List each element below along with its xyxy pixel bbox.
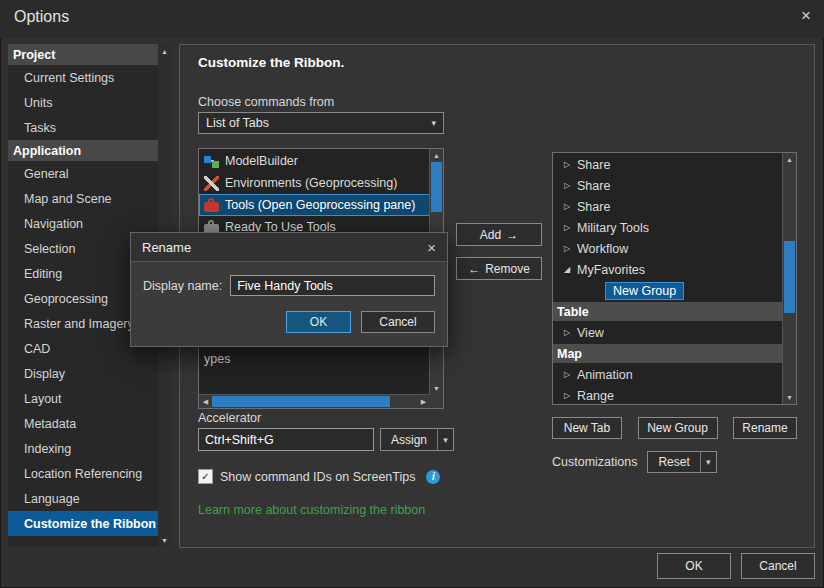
screentips-row: ✓ Show command IDs on ScreenTips i — [198, 469, 440, 484]
tree-row[interactable]: New Group — [553, 280, 783, 301]
tree-row[interactable]: ▷ Workflow — [553, 238, 783, 259]
sidebar-item-label: Language — [24, 492, 80, 506]
sidebar-item[interactable]: Application — [8, 140, 158, 161]
tools-icon — [204, 202, 219, 212]
scroll-down-icon[interactable]: ▼ — [430, 382, 443, 395]
tree-row-label: Table — [557, 305, 589, 319]
tree-row-label: New Group — [605, 282, 684, 300]
chevron-down-icon[interactable]: ▾ — [437, 429, 453, 450]
info-icon[interactable]: i — [426, 470, 440, 484]
cancel-button[interactable]: Cancel — [741, 553, 815, 579]
sidebar-item-label: Indexing — [24, 442, 71, 456]
tree-row[interactable]: ▷ Military Tools — [553, 217, 783, 238]
rename-dialog-title-bar: Rename × — [131, 233, 447, 262]
learn-more-link[interactable]: Learn more about customizing the ribbon — [198, 503, 425, 517]
sidebar-item-label: Tasks — [24, 121, 56, 135]
sidebar-item[interactable]: Tasks — [8, 115, 158, 140]
commands-horizontal-scrollbar[interactable]: ◀ ▶ — [199, 394, 430, 408]
scrollbar-thumb[interactable] — [431, 162, 442, 212]
modelbuilder-icon — [204, 154, 219, 169]
arrow-right-icon: → — [506, 228, 518, 242]
sidebar-item[interactable]: Metadata — [8, 411, 158, 436]
sidebar-item[interactable]: Customize the Ribbon — [8, 511, 158, 536]
scroll-right-icon[interactable]: ▶ — [417, 395, 430, 408]
sidebar-item[interactable]: Current Settings — [8, 65, 158, 90]
scroll-up-icon[interactable]: ▲ — [158, 44, 171, 58]
scroll-up-icon[interactable]: ▲ — [783, 153, 796, 166]
tree-row[interactable]: ▷ Share — [553, 196, 783, 217]
assign-label[interactable]: Assign — [381, 429, 437, 450]
sidebar-item[interactable]: Display — [8, 361, 158, 386]
tree-row[interactable]: ▷ Animation — [553, 364, 783, 385]
ok-label: OK — [685, 559, 702, 573]
chevron-down-icon[interactable]: ▾ — [700, 452, 716, 472]
command-row[interactable]: Tools (Open Geoprocessing pane) — [199, 194, 430, 216]
close-icon[interactable]: × — [801, 7, 811, 24]
arrow-left-icon: ← — [468, 262, 480, 276]
accelerator-input[interactable] — [198, 428, 374, 451]
add-button[interactable]: Add → — [456, 223, 542, 246]
tree-row[interactable]: Map — [553, 344, 783, 363]
scroll-down-icon[interactable]: ▼ — [783, 391, 796, 404]
reset-button[interactable]: Reset ▾ — [647, 451, 716, 473]
tree-row-label: View — [577, 326, 604, 340]
rename-button[interactable]: Rename — [733, 417, 797, 439]
tree-expanded-icon[interactable]: ◢ — [561, 265, 573, 274]
rename-cancel-button[interactable]: Cancel — [361, 311, 435, 333]
rename-ok-button[interactable]: OK — [286, 311, 351, 333]
new-group-button[interactable]: New Group — [638, 417, 718, 439]
show-command-ids-checkbox[interactable]: ✓ — [198, 469, 213, 484]
tree-collapsed-icon[interactable]: ▷ — [561, 370, 573, 379]
scrollbar-thumb[interactable] — [784, 241, 795, 313]
tree-row[interactable]: ▷ Share — [553, 154, 783, 175]
sidebar-item-label: Units — [24, 96, 52, 110]
tree-row[interactable]: ▷ Share — [553, 175, 783, 196]
scroll-down-icon[interactable]: ▼ — [158, 533, 171, 547]
tree-row[interactable]: ▷ Range — [553, 385, 783, 403]
close-icon[interactable]: × — [427, 240, 436, 255]
tree-row[interactable]: ◢ MyFavorites — [553, 259, 783, 280]
tree-row[interactable]: Table — [553, 302, 783, 321]
tree-collapsed-icon[interactable]: ▷ — [561, 223, 573, 232]
rename-cancel-label: Cancel — [379, 315, 416, 329]
remove-button[interactable]: ← Remove — [456, 257, 542, 280]
sidebar-item[interactable]: Language — [8, 486, 158, 511]
tree-collapsed-icon[interactable]: ▷ — [561, 244, 573, 253]
assign-button[interactable]: Assign ▾ — [380, 428, 454, 451]
display-name-input[interactable] — [230, 275, 435, 296]
sidebar-item[interactable]: Units — [8, 90, 158, 115]
sidebar-item[interactable]: Location Referencing — [8, 461, 158, 486]
sidebar-item[interactable]: Project — [8, 44, 158, 65]
sidebar-item[interactable]: Indexing — [8, 436, 158, 461]
sidebar-item[interactable]: Layout — [8, 386, 158, 411]
commands-source-dropdown[interactable]: List of Tabs ▾ — [198, 112, 444, 134]
sidebar-item-label: Customize the Ribbon — [24, 517, 156, 531]
tree-collapsed-icon[interactable]: ▷ — [561, 391, 573, 400]
scroll-left-icon[interactable]: ◀ — [199, 395, 212, 408]
scroll-up-icon[interactable]: ▲ — [430, 149, 443, 162]
reset-label[interactable]: Reset — [648, 452, 699, 472]
tree-collapsed-icon[interactable]: ▷ — [561, 202, 573, 211]
tree-collapsed-icon[interactable]: ▷ — [561, 328, 573, 337]
tab-actions-row: New Tab New Group Rename — [552, 417, 797, 439]
scrollbar-thumb[interactable] — [212, 396, 390, 407]
command-label: ModelBuilder — [225, 154, 298, 168]
command-row[interactable]: Environments (Geoprocessing) — [199, 172, 430, 194]
rename-dialog-body: Display name: OK Cancel — [131, 262, 447, 346]
tree-row[interactable]: ▷ View — [553, 322, 783, 343]
command-row[interactable]: ypes — [199, 348, 430, 370]
sidebar-item-label: Map and Scene — [24, 192, 112, 206]
ok-button[interactable]: OK — [657, 553, 731, 579]
command-label: ypes — [204, 352, 230, 366]
command-label: Tools (Open Geoprocessing pane) — [225, 198, 415, 212]
sidebar-item[interactable]: Map and Scene — [8, 186, 158, 211]
sidebar-item-label: Raster and Imagery — [24, 317, 134, 331]
sidebar-item[interactable]: General — [8, 161, 158, 186]
new-tab-button[interactable]: New Tab — [552, 417, 622, 439]
customizations-label: Customizations — [552, 455, 637, 469]
tabs-vertical-scrollbar[interactable]: ▲ ▼ — [782, 153, 796, 404]
tree-collapsed-icon[interactable]: ▷ — [561, 160, 573, 169]
tree-row-label: MyFavorites — [577, 263, 645, 277]
command-row[interactable]: ModelBuilder — [199, 150, 430, 172]
tree-collapsed-icon[interactable]: ▷ — [561, 181, 573, 190]
